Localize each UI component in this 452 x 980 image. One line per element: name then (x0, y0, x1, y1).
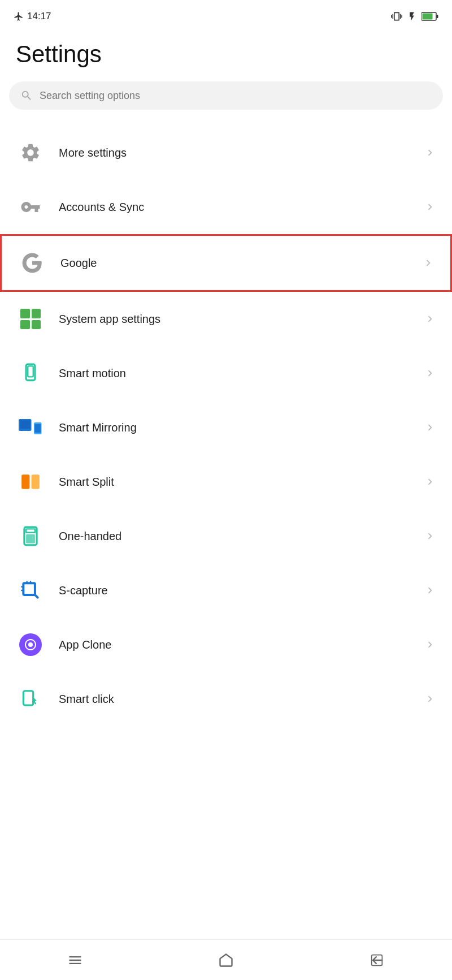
grid-icon (16, 304, 45, 334)
svg-point-15 (28, 642, 33, 647)
settings-item-smart-split[interactable]: Smart Split (0, 455, 452, 509)
one-handed-label: One-handed (59, 530, 424, 543)
chevron-right-icon (424, 367, 436, 379)
split-icon (16, 467, 45, 497)
s-capture-label: S-capture (59, 584, 424, 597)
settings-item-more-settings[interactable]: More settings (0, 126, 452, 180)
page-title: Settings (0, 29, 452, 81)
chevron-right-icon (424, 146, 436, 159)
accounts-sync-label: Accounts & Sync (59, 201, 424, 214)
svg-rect-14 (23, 583, 35, 595)
phone-motion-icon (16, 359, 45, 388)
bottom-nav (0, 939, 452, 980)
svg-rect-9 (21, 474, 29, 489)
chevron-right-icon (424, 584, 436, 597)
gear-icon (16, 138, 45, 167)
back-icon (369, 952, 385, 968)
chevron-right-icon (424, 421, 436, 434)
svg-rect-2 (423, 14, 433, 20)
status-icons (391, 11, 438, 22)
svg-rect-13 (26, 529, 35, 532)
mirroring-icon (16, 413, 45, 442)
search-icon (20, 89, 33, 102)
search-bar[interactable] (9, 81, 443, 110)
airplane-icon (14, 11, 24, 21)
nav-home-button[interactable] (203, 947, 249, 974)
search-bar-container (0, 81, 452, 126)
smart-mirroring-label: Smart Mirroring (59, 421, 424, 434)
chevron-right-icon (424, 476, 436, 488)
settings-item-system-app[interactable]: System app settings (0, 292, 452, 346)
settings-item-s-capture[interactable]: S-capture (0, 563, 452, 618)
settings-item-smart-motion[interactable]: Smart motion (0, 346, 452, 400)
svg-rect-8 (35, 424, 41, 433)
smart-split-label: Smart Split (59, 476, 424, 489)
home-icon (218, 952, 234, 968)
settings-item-one-handed[interactable]: One-handed (0, 509, 452, 563)
capture-icon (16, 576, 45, 605)
app-clone-label: App Clone (59, 638, 424, 651)
nav-menu-button[interactable] (53, 947, 98, 974)
nav-back-button[interactable] (354, 947, 399, 974)
settings-item-google[interactable]: Google (0, 234, 452, 292)
settings-item-smart-mirroring[interactable]: Smart Mirroring (0, 400, 452, 455)
one-handed-icon (16, 521, 45, 551)
chevron-right-icon (424, 530, 436, 542)
chevron-right-icon (424, 313, 436, 325)
charge-icon (407, 11, 417, 21)
google-label: Google (60, 257, 422, 270)
search-input[interactable] (40, 90, 432, 102)
chevron-right-icon (424, 638, 436, 651)
key-icon (16, 192, 45, 222)
smart-click-icon (16, 684, 45, 714)
status-bar: 14:17 (0, 0, 452, 29)
settings-item-smart-click[interactable]: Smart click (0, 672, 452, 718)
settings-item-app-clone[interactable]: App Clone (0, 618, 452, 672)
vibrate-icon (391, 11, 402, 22)
smart-motion-label: Smart motion (59, 367, 424, 380)
svg-rect-10 (32, 474, 40, 489)
settings-list: More settings Accounts & Sync Google (0, 126, 452, 718)
menu-icon (67, 952, 83, 968)
svg-rect-12 (26, 534, 35, 543)
google-icon (18, 248, 47, 278)
status-time: 14:17 (14, 11, 51, 22)
chevron-right-icon (424, 693, 436, 705)
svg-rect-4 (28, 366, 33, 377)
svg-rect-1 (437, 15, 438, 18)
settings-item-accounts-sync[interactable]: Accounts & Sync (0, 180, 452, 234)
clone-icon (16, 630, 45, 659)
chevron-right-icon (422, 257, 434, 269)
svg-rect-16 (23, 691, 33, 705)
smart-click-label: Smart click (59, 693, 424, 706)
chevron-right-icon (424, 201, 436, 213)
more-settings-label: More settings (59, 146, 424, 159)
system-app-label: System app settings (59, 313, 424, 326)
svg-rect-6 (20, 420, 30, 429)
battery-icon (421, 11, 438, 21)
